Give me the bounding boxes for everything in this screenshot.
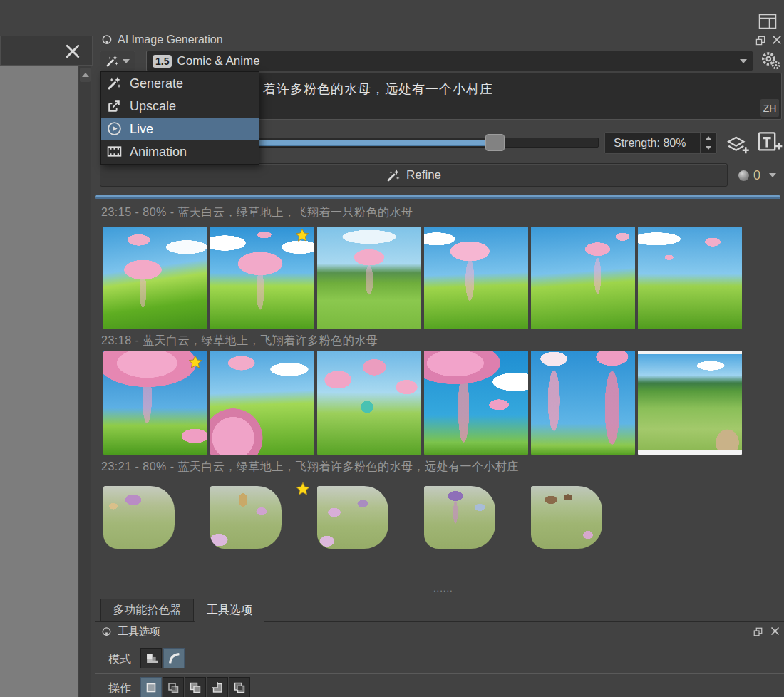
- chevron-down-icon: [740, 59, 747, 63]
- close-icon[interactable]: [63, 42, 82, 61]
- result-thumbnail[interactable]: [531, 227, 635, 329]
- close-icon[interactable]: [770, 626, 780, 636]
- action-subtract-button[interactable]: [207, 677, 228, 697]
- strength-value: Strength: 80%: [605, 137, 700, 150]
- star-icon: [295, 228, 309, 242]
- selection-replace-icon: [145, 681, 158, 694]
- selection-subtract-icon: [211, 681, 224, 694]
- upscale-icon: [107, 98, 123, 114]
- mode-pixel-button[interactable]: [140, 648, 162, 668]
- antialias-selection-icon: [168, 652, 180, 664]
- history-separator: [95, 195, 780, 199]
- action-intersect-button[interactable]: [163, 677, 184, 697]
- float-docker-icon[interactable]: [755, 35, 766, 46]
- strength-slider-handle[interactable]: [485, 134, 505, 151]
- result-thumbnail[interactable]: [210, 351, 314, 455]
- tool-options-title: 工具选项: [118, 625, 160, 639]
- result-thumbnail[interactable]: [424, 351, 528, 455]
- settings-button[interactable]: [760, 51, 781, 71]
- result-thumbnail[interactable]: [103, 227, 207, 329]
- krita-window: AI Image Generation 1.5 Comic & Anime 着许…: [0, 0, 784, 697]
- result-thumbnail[interactable]: [317, 486, 388, 549]
- sd-version-badge: 1.5: [153, 55, 172, 68]
- workflow-mode-button[interactable]: [100, 51, 135, 71]
- refine-button-label: Refine: [406, 168, 441, 182]
- magic-wand-icon: [105, 54, 119, 68]
- magic-wand-icon: [386, 168, 401, 182]
- action-add-button[interactable]: [185, 677, 206, 697]
- action-replace-button[interactable]: [140, 677, 162, 697]
- pixel-selection-icon: [145, 652, 158, 664]
- result-thumbnail[interactable]: [317, 227, 421, 329]
- docker-lock-icon[interactable]: [101, 626, 112, 637]
- spin-up-button[interactable]: [701, 133, 716, 143]
- result-thumbnail[interactable]: [638, 351, 742, 455]
- style-selector-value: Comic & Anime: [177, 54, 735, 68]
- scroll-up-button[interactable]: [80, 68, 91, 82]
- tool-options-divider: [95, 673, 784, 674]
- history-group-label: 23:18 - 蓝天白云，绿草地上，飞翔着许多粉色的水母: [101, 334, 378, 348]
- result-thumbnail[interactable]: [638, 227, 742, 329]
- ai-docker-titlebar: AI Image Generation: [101, 33, 223, 47]
- menu-item-upscale[interactable]: Upscale: [101, 95, 259, 118]
- menu-item-live[interactable]: Live: [101, 118, 259, 140]
- action-label: 操作: [108, 681, 131, 696]
- left-docker-titlebar: [0, 36, 93, 66]
- float-docker-icon[interactable]: [753, 626, 763, 637]
- spin-down-button[interactable]: [701, 143, 716, 154]
- scrollbar[interactable]: [79, 66, 91, 697]
- tool-options-titlebar: 工具选项: [101, 625, 160, 638]
- close-icon[interactable]: [771, 34, 783, 46]
- style-selector[interactable]: 1.5 Comic & Anime: [146, 51, 753, 71]
- tab-color-selector[interactable]: 多功能拾色器: [100, 599, 194, 622]
- add-layer-button[interactable]: [726, 133, 750, 154]
- panel-title: AI Image Generation: [118, 33, 223, 46]
- mode-label: 模式: [108, 652, 131, 667]
- menu-item-animation[interactable]: Animation: [101, 140, 259, 163]
- result-thumbnail[interactable]: [317, 351, 421, 455]
- workspace-chooser-icon[interactable]: [757, 11, 778, 32]
- queue-status-icon: [738, 170, 749, 181]
- language-badge[interactable]: ZH: [760, 99, 779, 117]
- history-group-label: 23:21 - 80% - 蓝天白云，绿草地上，飞翔着许多粉色的水母，远处有一个…: [101, 460, 519, 475]
- docker-lock-icon[interactable]: [101, 34, 113, 46]
- selection-xor-icon: [233, 681, 246, 694]
- result-thumbnail[interactable]: [103, 486, 175, 549]
- action-xor-button[interactable]: [229, 677, 250, 697]
- film-strip-icon: [107, 144, 123, 160]
- add-text-layer-button[interactable]: [757, 131, 783, 154]
- selection-intersect-icon: [167, 681, 180, 694]
- result-thumbnail[interactable]: [531, 351, 635, 455]
- workflow-menu: Generate Upscale Live Animation: [100, 71, 259, 165]
- chevron-down-icon: [769, 173, 776, 177]
- left-docker-content[interactable]: [0, 66, 78, 697]
- chevron-down-icon: [123, 59, 130, 63]
- selection-add-icon: [189, 681, 202, 694]
- queue-indicator[interactable]: 0: [738, 165, 783, 185]
- magic-wand-icon: [107, 76, 123, 91]
- menu-item-generate[interactable]: Generate: [101, 72, 259, 95]
- history-group-label: 23:15 - 80% - 蓝天白云，绿草地上，飞翔着一只粉色的水母: [101, 205, 413, 220]
- history-more-indicator: ......: [433, 583, 453, 594]
- play-circle-icon: [107, 121, 123, 137]
- strength-spinbox[interactable]: Strength: 80%: [604, 132, 717, 154]
- result-thumbnail[interactable]: [531, 486, 602, 549]
- star-icon: [188, 355, 202, 369]
- tab-tool-options[interactable]: 工具选项: [195, 597, 264, 623]
- prompt-text: 着许多粉色的水母，远处有一个小村庄: [263, 81, 493, 98]
- queue-count: 0: [753, 168, 760, 183]
- result-thumbnail[interactable]: [424, 486, 495, 549]
- star-icon: [296, 482, 310, 496]
- result-thumbnail[interactable]: [210, 486, 282, 549]
- mode-antialias-button[interactable]: [163, 648, 185, 668]
- result-thumbnail[interactable]: [424, 227, 528, 329]
- refine-button[interactable]: Refine: [100, 163, 728, 187]
- top-divider: [0, 9, 784, 9]
